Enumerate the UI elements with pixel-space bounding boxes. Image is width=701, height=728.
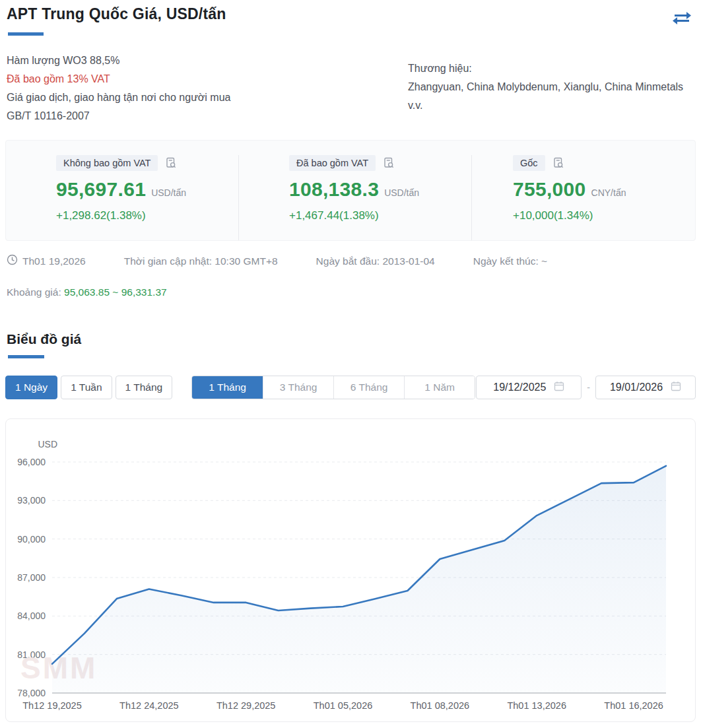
date-range-picker: 19/12/2025 - 19/01/2026 <box>476 376 696 399</box>
clock-icon <box>7 254 18 268</box>
product-info: Hàm lượng WO3 88,5% Đã bao gồm 13% VAT G… <box>5 51 696 125</box>
price-type-label: Không bao gồm VAT <box>56 155 158 171</box>
calendar-icon <box>554 381 564 394</box>
price-block-original: Gốc 755,000 CNY/tấn +10,000(1.34%) <box>471 155 695 240</box>
spec-delivery: Giá giao dịch, giao hàng tận nơi cho ngư… <box>7 88 408 107</box>
doc-search-icon[interactable] <box>166 157 177 169</box>
period-1-month[interactable]: 1 Tháng <box>192 376 263 399</box>
price-range-row: Khoảng giá: 95,063.85 ~ 96,331.37 <box>5 286 696 298</box>
svg-text:93,000: 93,000 <box>17 495 46 506</box>
period-1-year[interactable]: 1 Năm <box>404 376 475 399</box>
period-3-month[interactable]: 3 Tháng <box>263 376 333 399</box>
price-block-incl-vat: Đã bao gồm VAT 108,138.3 USD/tấn +1,467.… <box>238 155 471 240</box>
page-header: APT Trung Quốc Giá, USD/tấn <box>5 0 696 36</box>
svg-text:Th01 13,2026: Th01 13,2026 <box>507 700 566 711</box>
page-title: APT Trung Quốc Giá, USD/tấn <box>7 5 226 23</box>
svg-text:78,000: 78,000 <box>17 688 46 698</box>
price-value: 95,697.61 <box>56 178 146 201</box>
price-line-chart[interactable]: 78,00081,00084,00087,00090,00093,00096,0… <box>6 420 695 722</box>
spec-vat: Đã bao gồm 13% VAT <box>7 70 408 88</box>
price-range-label: Khoảng giá: <box>7 286 61 298</box>
price-change: +1,467.44(1.38%) <box>289 209 471 222</box>
quote-date-text: Th01 19,2026 <box>22 255 86 267</box>
chart-controls: 1 Ngày 1 Tuần 1 Tháng 1 Tháng 3 Tháng 6 … <box>5 376 696 399</box>
section-accent-bar <box>8 355 44 358</box>
price-change: +1,298.62(1.38%) <box>56 209 238 222</box>
price-chart-panel: 78,00081,00084,00087,00090,00093,00096,0… <box>5 418 696 722</box>
svg-text:84,000: 84,000 <box>17 611 46 621</box>
calendar-icon <box>671 381 681 394</box>
svg-text:90,000: 90,000 <box>17 534 46 545</box>
doc-search-icon[interactable] <box>553 157 564 169</box>
end-date: Ngày kết thúc: ~ <box>473 255 547 267</box>
svg-text:Th12 19,2025: Th12 19,2025 <box>22 700 82 711</box>
svg-text:USD: USD <box>38 439 57 449</box>
swap-currency-icon[interactable] <box>672 11 692 30</box>
price-value: 108,138.3 <box>289 178 379 201</box>
brands-label: Thương hiệu: <box>408 59 692 78</box>
svg-text:Th12 24,2025: Th12 24,2025 <box>119 700 179 711</box>
price-unit: USD/tấn <box>151 187 186 198</box>
svg-text:Th01 05,2026: Th01 05,2026 <box>314 700 373 711</box>
date-from-value: 19/12/2025 <box>493 381 546 393</box>
brands-value: Zhangyuan, China Molybdenum, Xianglu, Ch… <box>408 78 692 115</box>
price-range-value: 95,063.85 ~ 96,331.37 <box>64 286 167 298</box>
period-6-month[interactable]: 6 Tháng <box>333 376 404 399</box>
price-detail-page: APT Trung Quốc Giá, USD/tấn Hàm lượng WO… <box>0 0 701 722</box>
price-type-label: Đã bao gồm VAT <box>289 155 376 171</box>
svg-text:Th01 08,2026: Th01 08,2026 <box>411 700 470 711</box>
meta-row: Th01 19,2026 Thời gian cập nhật: 10:30 G… <box>5 254 696 268</box>
title-accent-bar <box>8 32 44 36</box>
price-summary-panel: Không bao gồm VAT 95,697.61 USD/tấn +1,2… <box>5 140 696 241</box>
update-time: Thời gian cập nhật: 10:30 GMT+8 <box>124 255 278 267</box>
date-from-input[interactable]: 19/12/2025 <box>476 376 582 399</box>
quote-date: Th01 19,2026 <box>7 254 86 268</box>
title-block: APT Trung Quốc Giá, USD/tấn <box>7 5 226 36</box>
price-unit: USD/tấn <box>384 187 419 198</box>
svg-text:96,000: 96,000 <box>17 457 46 467</box>
price-unit: CNY/tấn <box>591 187 626 198</box>
date-range-separator: - <box>587 382 590 393</box>
period-segmented-control: 1 Tháng 3 Tháng 6 Tháng 1 Năm <box>191 376 475 399</box>
freq-button-1-day[interactable]: 1 Ngày <box>5 376 57 399</box>
spec-lines: Hàm lượng WO3 88,5% Đã bao gồm 13% VAT G… <box>7 51 408 125</box>
svg-text:Th12 29,2025: Th12 29,2025 <box>217 700 276 711</box>
chart-section-title: Biểu đồ giá <box>5 331 696 347</box>
spec-standard: GB/T 10116-2007 <box>7 107 408 125</box>
date-to-value: 19/01/2026 <box>610 381 663 393</box>
spec-content: Hàm lượng WO3 88,5% <box>7 51 408 70</box>
brands-block: Thương hiệu: Zhangyuan, China Molybdenum… <box>408 51 692 125</box>
doc-search-icon[interactable] <box>384 157 395 169</box>
start-date: Ngày bắt đầu: 2013-01-04 <box>316 255 435 267</box>
price-value: 755,000 <box>513 178 586 201</box>
date-to-input[interactable]: 19/01/2026 <box>595 376 696 399</box>
freq-button-1-month[interactable]: 1 Tháng <box>116 376 173 399</box>
svg-text:Th01 16,2026: Th01 16,2026 <box>604 700 663 711</box>
freq-button-1-week[interactable]: 1 Tuần <box>61 376 112 399</box>
price-block-excl-vat: Không bao gồm VAT 95,697.61 USD/tấn +1,2… <box>6 155 238 240</box>
svg-text:87,000: 87,000 <box>17 572 46 583</box>
price-type-label: Gốc <box>513 155 545 171</box>
price-change: +10,000(1.34%) <box>513 209 695 222</box>
